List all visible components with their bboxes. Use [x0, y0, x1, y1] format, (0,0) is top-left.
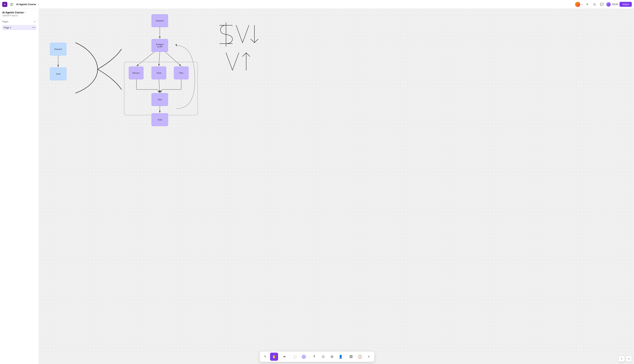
svg-line-9: [157, 90, 160, 93]
node-goal-left[interactable]: Goal: [50, 68, 66, 80]
add-page-button[interactable]: +: [33, 20, 37, 24]
node-request-left[interactable]: Request: [50, 43, 66, 56]
node-ai-agent[interactable]: AI Agent (LLM): [152, 39, 168, 52]
page-item-more-icon[interactable]: •••: [32, 26, 35, 29]
toggle-sidebar-button[interactable]: [9, 2, 15, 7]
svg-line-10: [159, 79, 160, 93]
node-request-top[interactable]: Request: [152, 14, 168, 27]
svg-line-13: [160, 90, 162, 93]
header-left: ✦ AI Agents Course ▾: [2, 2, 39, 7]
node-goal-bottom[interactable]: Goal: [152, 113, 168, 126]
node-plan[interactable]: Plan: [174, 66, 189, 79]
project-title[interactable]: AI Agents Course: [16, 3, 36, 6]
svg-line-5: [159, 52, 160, 66]
canvas[interactable]: Request AI Agent (LLM) Memory Tools Plan…: [39, 9, 317, 182]
sidebar: AI Agents Course ▾ Takeoff Projects Page…: [0, 9, 39, 182]
page-item[interactable]: Page 1 •••: [2, 25, 37, 30]
project-subtitle: Takeoff Projects: [2, 14, 37, 17]
header: ✦ AI Agents Course ▾ ▾ ✦ ⊡ 💬 03:00 Share: [0, 0, 317, 9]
dropdown-icon[interactable]: ▾: [38, 3, 39, 6]
node-step[interactable]: Step: [152, 93, 168, 106]
project-info: AI Agents Course ▾ Takeoff Projects: [2, 11, 37, 17]
pages-label: Pages: [2, 20, 9, 23]
diagram-svg: [39, 9, 317, 182]
svg-line-15: [176, 45, 177, 46]
node-tools[interactable]: Tools: [152, 66, 166, 79]
logo-icon[interactable]: ✦: [2, 2, 7, 7]
svg-line-6: [165, 52, 181, 66]
svg-line-4: [137, 52, 154, 66]
project-title-sidebar[interactable]: AI Agents Course ▾: [2, 11, 37, 14]
svg-rect-0: [11, 3, 13, 6]
node-memory[interactable]: Memory: [129, 66, 143, 79]
pages-header: Pages +: [2, 20, 37, 24]
page-item-label: Page 1: [4, 26, 11, 29]
